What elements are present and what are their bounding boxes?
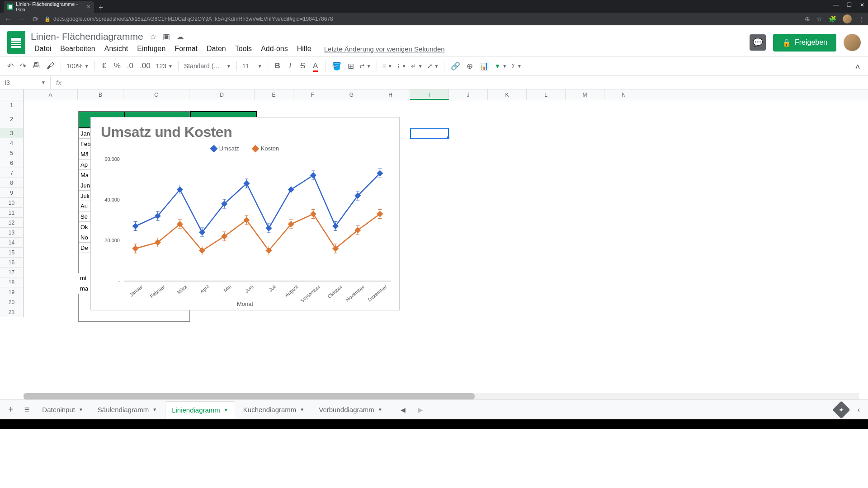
bold-icon[interactable]: B (272, 60, 283, 72)
row-header-19[interactable]: 19 (0, 287, 23, 297)
comments-button[interactable]: 💬 (750, 34, 766, 51)
percent-button[interactable]: % (111, 60, 123, 72)
menu-tools[interactable]: Tools (231, 44, 255, 54)
insert-comment-icon[interactable]: ⊕ (464, 60, 476, 73)
row-header-11[interactable]: 11 (0, 208, 23, 218)
print-icon[interactable]: 🖶 (30, 60, 43, 72)
row-header-12[interactable]: 12 (0, 218, 23, 228)
explore-button[interactable]: ✦ (832, 401, 850, 419)
undo-icon[interactable]: ↶ (5, 60, 16, 73)
col-header-L[interactable]: L (527, 89, 566, 100)
col-header-G[interactable]: G (332, 89, 371, 100)
col-header-A[interactable]: A (24, 89, 78, 100)
row-header-17[interactable]: 17 (0, 267, 23, 277)
currency-button[interactable]: € (99, 60, 110, 72)
menu-einfuegen[interactable]: Einfügen (133, 44, 169, 54)
row-header-3[interactable]: 3 (0, 128, 23, 138)
rotate-icon[interactable]: ⤢▼ (425, 61, 441, 70)
row-header-16[interactable]: 16 (0, 258, 23, 267)
add-sheet-button[interactable]: + (4, 402, 18, 418)
paint-format-icon[interactable]: 🖌 (44, 60, 57, 72)
row-header-14[interactable]: 14 (0, 238, 23, 248)
font-select[interactable]: Standard (…▼ (182, 61, 233, 70)
row-header-15[interactable]: 15 (0, 248, 23, 258)
col-header-F[interactable]: F (293, 89, 332, 100)
close-window-icon[interactable]: ✕ (860, 2, 864, 8)
sheet-tab-liniendiagramm[interactable]: Liniendiagramm▼ (165, 401, 235, 418)
browser-tab[interactable]: Linien- Flächendiagramme - Goo × (4, 1, 94, 13)
zoom-icon[interactable]: ⊕ (805, 15, 810, 23)
minimize-icon[interactable]: — (833, 2, 839, 8)
sheet-tab-kuchendiagramm[interactable]: Kuchendiagramm▼ (237, 401, 311, 418)
menu-ansicht[interactable]: Ansicht (101, 44, 132, 54)
row-header-4[interactable]: 4 (0, 138, 23, 148)
row-header-1[interactable]: 1 (0, 100, 23, 110)
scrollbar-thumb[interactable] (24, 393, 475, 399)
v-align-icon[interactable]: ⫶▼ (395, 61, 408, 70)
menu-datei[interactable]: Datei (31, 44, 55, 54)
sheet-tab-verbunddiagramm[interactable]: Verbunddiagramm▼ (312, 401, 388, 418)
row-header-8[interactable]: 8 (0, 178, 23, 188)
filter-icon[interactable]: ▼▼ (492, 61, 509, 70)
browser-avatar[interactable] (843, 14, 852, 23)
side-panel-toggle[interactable]: ‹ (853, 403, 864, 417)
link-icon[interactable]: 🔗 (448, 60, 463, 73)
reload-icon[interactable]: ⟳ (31, 15, 40, 23)
col-header-H[interactable]: H (371, 89, 410, 100)
row-header-7[interactable]: 7 (0, 168, 23, 178)
merge-cells-icon[interactable]: ⇄▼ (358, 61, 373, 70)
strikethrough-icon[interactable]: S (297, 60, 309, 72)
col-header-M[interactable]: M (566, 89, 604, 100)
row-header-6[interactable]: 6 (0, 158, 23, 168)
col-header-I[interactable]: I (410, 89, 449, 100)
extensions-icon[interactable]: 🧩 (829, 15, 836, 23)
collapse-toolbar-icon[interactable]: ʌ (852, 60, 863, 73)
col-header-K[interactable]: K (488, 89, 527, 100)
name-box[interactable]: I3 ▼ (0, 76, 51, 89)
menu-addons[interactable]: Add-ons (257, 44, 292, 54)
row-header-21[interactable]: 21 (0, 307, 23, 317)
wrap-icon[interactable]: ↵▼ (409, 61, 425, 70)
number-format-select[interactable]: 123▼ (154, 61, 175, 70)
menu-format[interactable]: Format (171, 44, 201, 54)
scroll-left-icon[interactable]: ◀ (396, 404, 410, 416)
close-tab-icon[interactable]: × (87, 3, 90, 10)
row-header-9[interactable]: 9 (0, 188, 23, 198)
font-size-select[interactable]: 11▼ (241, 61, 264, 70)
cloud-status-icon[interactable]: ☁ (176, 32, 184, 42)
url-box[interactable]: 🔒 docs.google.com/spreadsheets/d/16sZAG8… (44, 16, 333, 22)
functions-icon[interactable]: Σ▼ (509, 61, 524, 70)
move-doc-icon[interactable]: ▣ (163, 32, 170, 42)
sheets-logo-icon[interactable] (7, 31, 25, 54)
col-header-N[interactable]: N (604, 89, 643, 100)
back-icon[interactable]: ← (4, 15, 13, 23)
row-header-10[interactable]: 10 (0, 198, 23, 208)
redo-icon[interactable]: ↷ (17, 60, 29, 73)
menu-daten[interactable]: Daten (203, 44, 230, 54)
row-header-5[interactable]: 5 (0, 148, 23, 158)
col-header-B[interactable]: B (78, 89, 123, 100)
h-align-icon[interactable]: ≡▼ (381, 61, 394, 70)
row-header-18[interactable]: 18 (0, 277, 23, 287)
insert-chart-icon[interactable]: 📊 (476, 60, 491, 73)
fill-color-icon[interactable]: 🪣 (329, 60, 344, 73)
zoom-select[interactable]: 100%▼ (65, 61, 91, 70)
row-header-2[interactable]: 2 (0, 110, 23, 128)
maximize-icon[interactable]: ❐ (847, 2, 852, 8)
menu-bearbeiten[interactable]: Bearbeiten (57, 44, 99, 54)
new-tab-button[interactable]: + (94, 3, 108, 13)
formula-input[interactable] (67, 76, 868, 89)
cells[interactable]: M JanFebMäApMaJunJuliAuSeOkNoDe mima Ums… (24, 100, 868, 317)
col-header-D[interactable]: D (189, 89, 255, 100)
star-doc-icon[interactable]: ☆ (150, 32, 156, 42)
scroll-right-icon[interactable]: ▶ (414, 404, 428, 416)
doc-title[interactable]: Linien- Flächendiagramme (31, 31, 143, 42)
share-button[interactable]: 🔒 Freigeben (773, 34, 836, 52)
sheet-tab-säulendiagramm[interactable]: Säulendiagramm▼ (91, 401, 163, 418)
menu-hilfe[interactable]: Hilfe (293, 44, 315, 54)
star-icon[interactable]: ☆ (816, 15, 822, 23)
row-header-13[interactable]: 13 (0, 228, 23, 238)
account-avatar[interactable] (844, 34, 861, 51)
chart[interactable]: Umsatz und Kosten Umsatz Kosten 60.000 4… (90, 117, 400, 310)
forward-icon[interactable]: → (17, 15, 26, 23)
